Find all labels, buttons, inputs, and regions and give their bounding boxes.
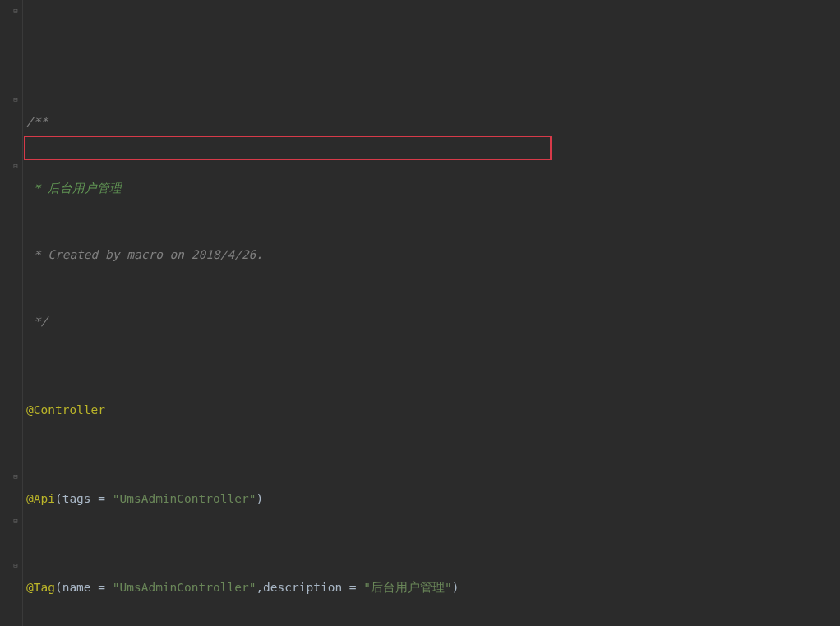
annotation-controller: @Controller <box>26 399 105 421</box>
comment: * Created by macro on 2018/4/26. <box>26 244 263 266</box>
attr-key: ,description = <box>256 577 363 599</box>
attr-key: name = <box>62 577 113 599</box>
string: "UmsAdminController" <box>113 577 256 599</box>
fold-icon[interactable]: ⊟ <box>12 472 20 481</box>
highlight-box <box>24 136 552 160</box>
fold-icon[interactable]: ⊟ <box>12 95 20 104</box>
comment: * 后台用户管理 <box>26 177 122 200</box>
fold-icon[interactable]: ⊟ <box>12 162 20 170</box>
attr-key: tags = <box>62 488 113 510</box>
gutter: ⊟ ⊟ ⊟ ⊟ ⊟ ⊟ <box>0 0 23 626</box>
annotation-api: @Api <box>26 488 55 510</box>
paren: ) <box>256 488 263 510</box>
comment: /** <box>26 111 48 133</box>
fold-icon[interactable]: ⊟ <box>12 561 20 569</box>
string: "后台用户管理" <box>363 577 451 599</box>
code-editor: ⊟ ⊟ ⊟ ⊟ ⊟ ⊟ /** * 后台用户管理 * Created by ma… <box>0 0 840 626</box>
annotation-tag: @Tag <box>26 577 55 599</box>
code-area[interactable]: /** * 后台用户管理 * Created by macro on 2018/… <box>23 0 840 626</box>
paren: ) <box>452 577 459 599</box>
paren: ( <box>55 577 62 599</box>
string: "UmsAdminController" <box>113 488 256 510</box>
fold-icon[interactable]: ⊟ <box>12 7 20 15</box>
fold-icon[interactable]: ⊟ <box>12 517 20 525</box>
comment: */ <box>26 311 48 333</box>
paren: ( <box>55 488 62 510</box>
